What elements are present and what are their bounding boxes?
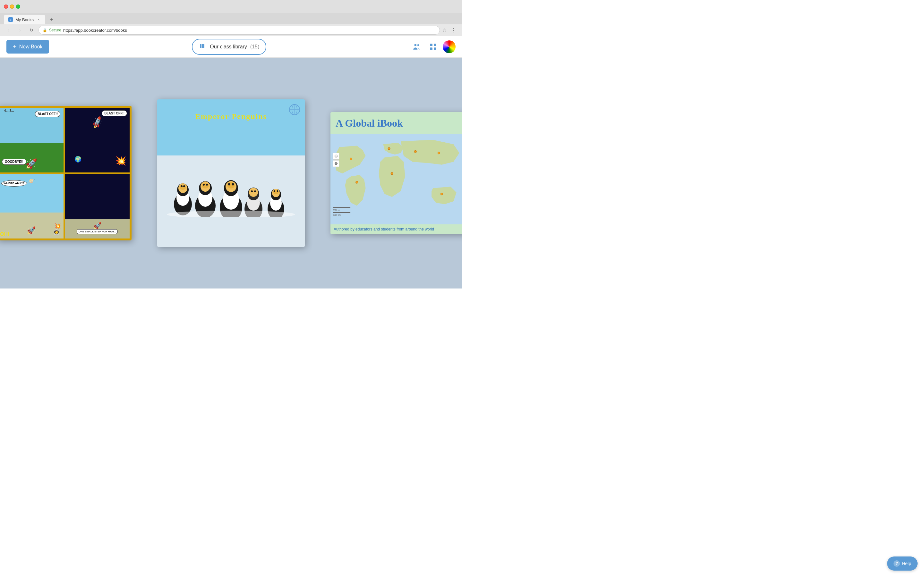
svg-point-22 [202, 183, 209, 189]
svg-point-37 [254, 190, 256, 192]
comic-book-card[interactable]: ← 4... 3... BLAST OFF!! GOODBYE!! 🚀 BLAS… [0, 106, 132, 240]
library-selector[interactable]: Our class library (15) [192, 39, 266, 55]
avatar[interactable] [443, 40, 456, 53]
main-content: ← 4... 3... BLAST OFF!! GOODBYE!! 🚀 BLAS… [0, 58, 462, 288]
new-book-label: New Book [19, 44, 43, 50]
header-actions [409, 40, 456, 54]
minimize-window-button[interactable] [10, 5, 14, 9]
global-book-card[interactable]: A Global iBook [330, 112, 462, 234]
book-carousel: ← 4... 3... BLAST OFF!! GOODBYE!! 🚀 BLAS… [0, 58, 462, 288]
svg-point-44 [277, 190, 278, 192]
comic-panel-1: ← 4... 3... BLAST OFF!! GOODBYE!! 🚀 [0, 107, 64, 173]
svg-point-43 [274, 190, 275, 192]
svg-rect-3 [434, 44, 436, 46]
globe-badge [289, 104, 300, 117]
close-window-button[interactable] [4, 5, 8, 9]
library-name: Our class library [210, 44, 247, 50]
refresh-button[interactable]: ↻ [27, 26, 36, 35]
new-book-button[interactable]: + New Book [6, 40, 49, 53]
active-tab[interactable]: B My Books × [4, 15, 45, 24]
back-button[interactable]: ‹ [4, 26, 13, 35]
svg-point-10 [289, 105, 300, 115]
svg-point-23 [203, 184, 205, 185]
svg-point-30 [228, 183, 230, 185]
svg-point-52 [438, 152, 440, 154]
address-bar: ‹ › ↻ 🔒 Secure https://app.bookcreator.c… [0, 24, 462, 36]
url-bar[interactable]: 🔒 Secure https://app.bookcreator.com/boo… [39, 26, 440, 35]
svg-point-36 [251, 190, 253, 192]
svg-text:2000 mi: 2000 mi [333, 209, 340, 211]
svg-rect-58 [333, 207, 351, 208]
tab-favicon: B [8, 17, 13, 22]
svg-point-16 [181, 185, 183, 187]
tab-title: My Books [15, 17, 34, 22]
svg-point-24 [206, 184, 208, 185]
svg-rect-4 [430, 47, 433, 50]
svg-point-29 [227, 182, 235, 189]
svg-point-0 [414, 44, 417, 46]
grid-view-button[interactable] [426, 40, 440, 54]
svg-text:⊕: ⊕ [334, 153, 338, 158]
map-book-subtitle: Authored by educators and students from … [330, 224, 462, 234]
map-book-title: A Global iBook [330, 112, 462, 134]
svg-point-31 [232, 183, 234, 185]
svg-point-53 [441, 193, 443, 195]
svg-rect-60 [333, 212, 351, 213]
traffic-lights [4, 5, 20, 9]
svg-point-15 [180, 185, 186, 190]
forward-button[interactable]: › [15, 26, 24, 35]
library-icon [199, 42, 207, 52]
new-tab-button[interactable]: + [47, 15, 57, 24]
plus-icon: + [13, 43, 17, 50]
svg-rect-5 [434, 47, 436, 50]
svg-point-47 [350, 158, 352, 160]
svg-rect-2 [430, 44, 433, 46]
app-header: + New Book Our class library (15) [0, 36, 462, 58]
url-text: https://app.bookcreator.com/books [63, 28, 127, 33]
maximize-window-button[interactable] [16, 5, 20, 9]
svg-text:2000 km: 2000 km [333, 214, 341, 216]
svg-point-1 [417, 44, 419, 45]
penguin-image [164, 127, 298, 217]
secure-label: Secure [49, 28, 61, 32]
comic-panel-3: 🪐 WHERE AM I?? 🚀 💥 🧑‍🚀 OH! [0, 173, 64, 239]
bookmark-button[interactable]: ☆ [443, 27, 447, 33]
library-count: (15) [250, 44, 259, 50]
browser-chrome: B My Books × + ‹ › ↻ 🔒 Secure https://ap… [0, 0, 462, 36]
title-bar [0, 0, 462, 13]
map-area: ⊕ ⊖ 2000 mi 2000 km [330, 134, 462, 224]
people-view-button[interactable] [409, 40, 423, 54]
svg-point-49 [388, 147, 390, 150]
penguin-book-card[interactable]: Emperor Penguins [157, 99, 305, 247]
svg-text:⊖: ⊖ [334, 161, 338, 166]
secure-icon: 🔒 [43, 28, 47, 32]
comic-panel-4: 🚀 ONE SMALL STEP FOR MAN... [64, 173, 130, 239]
browser-menu-button[interactable]: ⋮ [449, 26, 458, 35]
svg-point-48 [356, 181, 358, 183]
book-title: Emperor Penguins [189, 109, 273, 124]
tab-bar: B My Books × + [0, 13, 462, 24]
svg-point-50 [391, 172, 393, 175]
svg-point-35 [249, 188, 258, 197]
svg-point-17 [183, 185, 185, 187]
tab-close-button[interactable]: × [36, 17, 41, 22]
comic-panel-2: BLAST OFF!! 🚀 💥 🌍 [64, 107, 130, 173]
svg-point-51 [414, 150, 417, 153]
